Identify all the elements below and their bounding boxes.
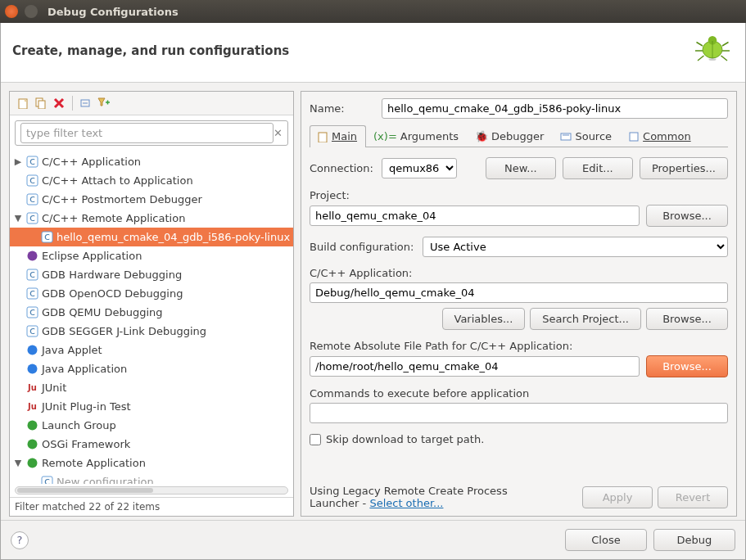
tree-item[interactable]: cGDB QEMU Debugging	[10, 303, 293, 322]
svg-text:c: c	[29, 306, 35, 318]
dialog-body: ✕ ▶cC/C++ ApplicationcC/C++ Attach to Ap…	[1, 83, 745, 520]
tree-item-label: GDB SEGGER J-Link Debugging	[42, 325, 206, 337]
tree-item[interactable]: Java Applet	[10, 341, 293, 359]
tab-common[interactable]: Common	[621, 125, 700, 147]
filter-input-wrapper[interactable]: ✕	[15, 120, 288, 146]
duplicate-config-icon[interactable]	[33, 95, 49, 111]
new-config-icon[interactable]	[15, 95, 31, 111]
tree-item[interactable]: ▶cC/C++ Application	[10, 152, 293, 171]
delete-config-icon[interactable]	[51, 95, 67, 111]
arguments-tab-icon: (x)=	[373, 130, 397, 142]
config-tree[interactable]: ▶cC/C++ ApplicationcC/C++ Attach to Appl…	[10, 151, 293, 484]
collapse-icon[interactable]: ▼	[13, 213, 23, 224]
connection-select[interactable]: qemux86	[382, 158, 457, 178]
buildcfg-select[interactable]: Use Active	[423, 237, 728, 257]
app-input[interactable]	[310, 282, 728, 303]
tab-arguments[interactable]: (x)= Arguments	[366, 125, 468, 147]
tree-item-label: GDB Hardware Debugging	[42, 269, 182, 281]
app-browse-button[interactable]: Browse...	[646, 308, 728, 330]
connection-properties-button[interactable]: Properties...	[640, 157, 728, 179]
project-label: Project:	[310, 189, 728, 201]
expand-icon[interactable]: ▶	[13, 156, 23, 167]
remote-path-input[interactable]	[310, 356, 640, 377]
remote-path-browse-button[interactable]: Browse...	[646, 355, 728, 377]
tree-item[interactable]: Launch Group	[10, 416, 293, 435]
name-input[interactable]	[382, 98, 728, 119]
project-input[interactable]	[310, 205, 640, 226]
app-variables-button[interactable]: Variables...	[442, 308, 526, 330]
tree-child-item[interactable]: cNew configuration	[10, 472, 293, 484]
config-type-icon: c	[26, 287, 38, 300]
prelaunch-input[interactable]	[310, 403, 728, 423]
filter-input[interactable]	[20, 123, 274, 143]
app-search-project-button[interactable]: Search Project...	[530, 308, 641, 330]
svg-text:c: c	[29, 269, 35, 280]
skip-download-checkbox[interactable]	[310, 434, 321, 445]
revert-button[interactable]: Revert	[658, 486, 728, 508]
tree-item[interactable]: OSGi Framework	[10, 435, 293, 454]
connection-label: Connection:	[310, 162, 375, 174]
window-close-icon[interactable]	[5, 5, 18, 18]
tree-scrollbar[interactable]	[15, 486, 288, 495]
source-tab-icon	[560, 131, 572, 142]
left-toolbar	[10, 92, 293, 115]
tree-item-label: GDB OpenOCD Debugging	[42, 287, 183, 300]
clear-filter-icon[interactable]: ✕	[274, 127, 283, 139]
tree-item[interactable]: cGDB Hardware Debugging	[10, 265, 293, 284]
config-type-icon: c	[26, 306, 38, 318]
tab-debugger[interactable]: 🐞 Debugger	[468, 125, 553, 147]
remote-path-section: Remote Absolute File Path for C/C++ Appl…	[310, 340, 728, 377]
config-type-icon	[26, 363, 38, 375]
config-type-icon: c	[26, 193, 38, 205]
tree-item[interactable]: cC/C++ Attach to Application	[10, 171, 293, 190]
config-type-text-icon: Ju	[26, 400, 38, 413]
common-tab-icon	[628, 131, 640, 142]
svg-point-20	[28, 251, 38, 261]
tree-item[interactable]: JuJUnit	[10, 378, 293, 397]
tree-item-label: C/C++ Application	[42, 156, 141, 168]
launcher-row: Using Legacy Remote Create Process Launc…	[310, 480, 728, 509]
tree-item[interactable]: Java Application	[10, 359, 293, 378]
apply-button[interactable]: Apply	[582, 486, 653, 508]
tree-item[interactable]: JuJUnit Plug-in Test	[10, 397, 293, 416]
tree-child-item[interactable]: chello_qemu_cmake_04_gdb_i586-poky-linux	[10, 228, 293, 246]
tree-item[interactable]: ▼Remote Application	[10, 454, 293, 472]
dialog-footer: ? Close Debug	[1, 520, 745, 559]
collapse-icon[interactable]: ▼	[13, 458, 23, 468]
debug-button[interactable]: Debug	[653, 529, 735, 551]
tree-item[interactable]: ▼cC/C++ Remote Application	[10, 209, 293, 228]
filter-menu-icon[interactable]	[96, 95, 112, 111]
config-type-text-icon: Ju	[26, 382, 38, 394]
svg-point-0	[709, 58, 717, 61]
skip-download-checkbox-row[interactable]: Skip download to target path.	[310, 433, 728, 445]
tree-item[interactable]: Eclipse Application	[10, 246, 293, 265]
window-minimize-icon[interactable]	[25, 5, 38, 18]
page-title: Create, manage, and run configurations	[12, 43, 289, 58]
config-type-icon: c	[41, 476, 53, 484]
project-browse-button[interactable]: Browse...	[646, 205, 728, 227]
connection-new-button[interactable]: New...	[486, 157, 556, 179]
tree-item[interactable]: cC/C++ Postmortem Debugger	[10, 190, 293, 209]
close-button[interactable]: Close	[565, 529, 647, 551]
dialog-header: Create, manage, and run configurations	[1, 23, 745, 83]
name-label: Name:	[310, 102, 375, 115]
toolbar-separator	[72, 96, 73, 111]
select-other-link[interactable]: Select other...	[369, 497, 443, 509]
buildcfg-label: Build configuration:	[310, 241, 416, 253]
tab-source[interactable]: Source	[553, 125, 621, 147]
tab-main[interactable]: Main	[310, 125, 366, 147]
prelaunch-section: Commands to execute before application	[310, 387, 728, 423]
svg-point-32	[28, 440, 38, 449]
config-type-icon	[26, 250, 38, 262]
svg-point-29	[28, 345, 38, 355]
collapse-all-icon[interactable]	[78, 95, 94, 111]
connection-edit-button[interactable]: Edit...	[563, 157, 633, 179]
tree-item[interactable]: cGDB OpenOCD Debugging	[10, 284, 293, 303]
tree-item-label: GDB QEMU Debugging	[42, 306, 163, 318]
project-section: Project: Browse...	[310, 189, 728, 227]
config-type-icon	[26, 457, 38, 469]
help-button[interactable]: ?	[11, 531, 29, 549]
tree-item[interactable]: cGDB SEGGER J-Link Debugging	[10, 322, 293, 341]
remote-path-label: Remote Absolute File Path for C/C++ Appl…	[310, 340, 728, 352]
config-type-icon: c	[26, 156, 38, 168]
